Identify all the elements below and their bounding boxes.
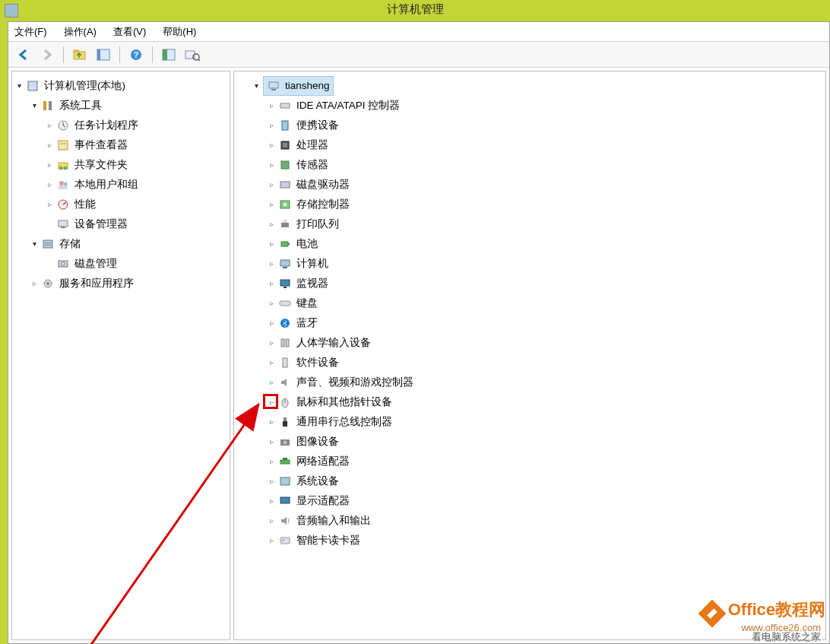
device-category[interactable]: ▹ 声音、视频和游戏控制器 xyxy=(236,373,824,392)
device-category[interactable]: ▹ 鼠标和其他指针设备 xyxy=(236,392,824,412)
tree-item[interactable]: ▾ 系统工具 xyxy=(14,96,228,116)
svg-rect-38 xyxy=(281,161,289,169)
tree-label: 存储 xyxy=(59,235,81,253)
device-category[interactable]: ▹ 图像设备 xyxy=(236,432,824,452)
chevron-right-icon[interactable]: ▹ xyxy=(44,120,55,131)
svg-rect-34 xyxy=(280,103,290,108)
chevron-right-icon[interactable]: ▹ xyxy=(266,377,277,388)
tree-item[interactable]: ▹ 本地用户和组 xyxy=(14,175,228,195)
device-category[interactable]: ▹ 系统设备 xyxy=(236,471,824,491)
chevron-right-icon[interactable]: ▹ xyxy=(266,120,277,131)
device-category[interactable]: ▹ 处理器 xyxy=(236,135,824,155)
menu-file[interactable]: 文件(F) xyxy=(14,25,47,39)
app-icon xyxy=(5,4,18,17)
chevron-right-icon[interactable]: ▹ xyxy=(266,535,277,546)
clock-icon xyxy=(56,119,70,132)
svg-rect-49 xyxy=(284,287,287,288)
chevron-right-icon[interactable]: ▹ xyxy=(266,397,277,408)
chevron-right-icon[interactable]: ▹ xyxy=(266,338,277,348)
device-category[interactable]: ▹ 智能卡读卡器 xyxy=(236,531,824,550)
tree-label: 任务计划程序 xyxy=(74,116,138,135)
tree-item[interactable]: ▾ 存储 xyxy=(14,234,228,254)
menu-view[interactable]: 查看(V) xyxy=(113,25,146,39)
svg-rect-35 xyxy=(282,121,288,130)
toolbar: ? xyxy=(8,42,829,68)
chevron-right-icon[interactable]: ▹ xyxy=(266,456,277,467)
svg-rect-44 xyxy=(281,242,288,246)
chevron-right-icon[interactable]: ▹ xyxy=(266,140,277,151)
device-category[interactable]: ▹ 网络适配器 xyxy=(236,452,824,471)
chevron-down-icon[interactable]: ▾ xyxy=(14,81,24,91)
chevron-right-icon[interactable]: ▹ xyxy=(29,278,40,289)
device-category[interactable]: ▹ 磁盘驱动器 xyxy=(236,175,824,195)
tree-label: 事件查看器 xyxy=(74,136,128,154)
device-category[interactable]: ▹ 打印队列 xyxy=(236,214,824,234)
chevron-right-icon[interactable]: ▹ xyxy=(266,239,277,249)
svg-rect-62 xyxy=(283,458,287,460)
tree-root[interactable]: ▾ 计算机管理(本地) xyxy=(14,76,228,96)
chevron-right-icon[interactable]: ▹ xyxy=(266,436,277,447)
forward-button[interactable] xyxy=(36,45,58,65)
device-category[interactable]: ▹ 通用串行总线控制器 xyxy=(236,412,824,432)
chevron-right-icon[interactable]: ▹ xyxy=(266,476,277,487)
chevron-right-icon[interactable]: ▹ xyxy=(266,417,277,427)
device-category[interactable]: ▹ 电池 xyxy=(236,234,824,254)
menu-action[interactable]: 操作(A) xyxy=(64,25,97,39)
tree-item[interactable]: ▹ 共享文件夹 xyxy=(14,155,228,175)
scan-button[interactable] xyxy=(182,45,203,65)
device-category[interactable]: ▹ 计算机 xyxy=(236,254,824,274)
chevron-down-icon[interactable]: ▾ xyxy=(251,81,261,91)
tree-item[interactable]: ▹ 服务和应用程序 xyxy=(14,274,228,293)
svg-point-31 xyxy=(46,282,49,285)
display-icon xyxy=(278,494,292,508)
device-category[interactable]: ▹ 蓝牙 xyxy=(236,313,824,333)
tree-item[interactable]: ▹ 任务计划程序 xyxy=(14,116,228,135)
network-icon xyxy=(278,455,292,468)
services-icon xyxy=(41,277,55,290)
chevron-right-icon[interactable]: ▹ xyxy=(44,140,55,151)
device-category[interactable]: ▹ 便携设备 xyxy=(236,116,824,135)
device-category[interactable]: ▹ 显示适配器 xyxy=(236,491,824,511)
chevron-right-icon[interactable]: ▹ xyxy=(44,179,55,190)
device-category[interactable]: ▹ 监视器 xyxy=(236,274,824,293)
menu-help[interactable]: 帮助(H) xyxy=(163,25,196,39)
chevron-right-icon[interactable]: ▹ xyxy=(266,100,277,111)
device-category[interactable]: ▹ 存储控制器 xyxy=(236,195,824,214)
chevron-right-icon[interactable]: ▹ xyxy=(266,318,277,328)
tree-item[interactable]: 磁盘管理 xyxy=(14,254,228,274)
svg-rect-64 xyxy=(280,497,290,503)
left-tree-pane[interactable]: ▾ 计算机管理(本地) ▾ 系统工具 ▹ 任务计划程序 ▹ 事件查看器 ▹ 共享… xyxy=(11,71,230,640)
help-button[interactable]: ? xyxy=(125,45,147,65)
device-category[interactable]: ▹ 人体学输入设备 xyxy=(236,333,824,353)
tree-item[interactable]: ▹ 性能 xyxy=(14,195,228,214)
chevron-right-icon[interactable]: ▹ xyxy=(266,516,277,526)
device-category[interactable]: ▹ 键盘 xyxy=(236,293,824,313)
chevron-right-icon[interactable]: ▹ xyxy=(266,199,277,210)
chevron-right-icon[interactable]: ▹ xyxy=(266,496,277,506)
chevron-down-icon[interactable]: ▾ xyxy=(29,100,40,111)
svg-rect-53 xyxy=(286,339,289,347)
chevron-right-icon[interactable]: ▹ xyxy=(266,298,277,309)
device-category[interactable]: ▹ 传感器 xyxy=(236,155,824,175)
chevron-right-icon[interactable]: ▹ xyxy=(266,179,277,190)
right-tree-pane[interactable]: ▾ tiansheng ▹ IDE ATA/ATAPI 控制器 ▹ 便携设备 ▹… xyxy=(233,71,826,640)
chevron-right-icon[interactable]: ▹ xyxy=(266,278,277,289)
device-category[interactable]: ▹ IDE ATA/ATAPI 控制器 xyxy=(236,96,824,116)
chevron-right-icon[interactable]: ▹ xyxy=(44,199,55,210)
tree-item[interactable]: ▹ 事件查看器 xyxy=(14,135,228,155)
tree-item[interactable]: 设备管理器 xyxy=(14,214,228,234)
device-category[interactable]: ▹ 软件设备 xyxy=(236,353,824,373)
device-category[interactable]: ▹ 音频输入和输出 xyxy=(236,511,824,531)
chevron-right-icon[interactable]: ▹ xyxy=(266,160,277,170)
back-button[interactable] xyxy=(13,45,34,65)
tree-label: 便携设备 xyxy=(296,116,339,135)
device-root[interactable]: ▾ tiansheng xyxy=(236,76,824,96)
chevron-down-icon[interactable]: ▾ xyxy=(29,239,40,249)
chevron-right-icon[interactable]: ▹ xyxy=(266,259,277,269)
folder-up-button[interactable] xyxy=(69,45,90,65)
chevron-right-icon[interactable]: ▹ xyxy=(44,160,55,170)
chevron-right-icon[interactable]: ▹ xyxy=(266,219,277,230)
show-hide-button[interactable] xyxy=(158,45,179,65)
chevron-right-icon[interactable]: ▹ xyxy=(266,357,277,368)
properties-button[interactable] xyxy=(93,45,114,65)
